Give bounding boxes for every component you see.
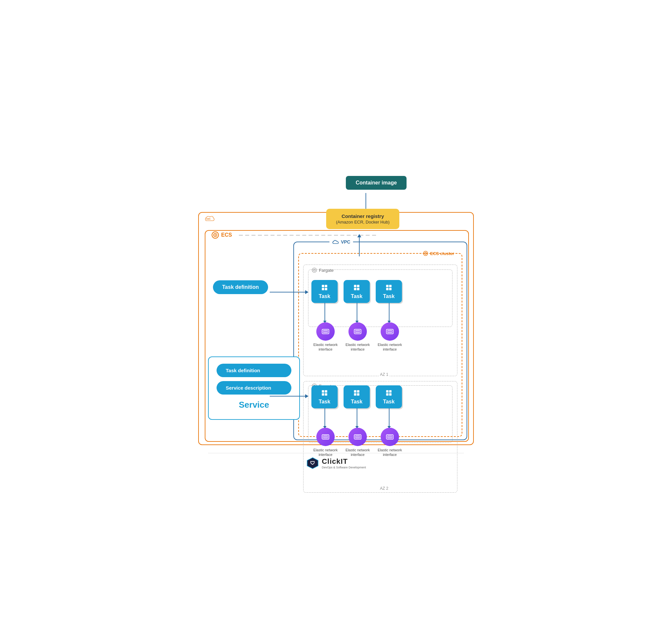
svg-rect-14 (357, 285, 359, 287)
task-definition-1-label: Task definition (222, 284, 259, 290)
svg-text:🛡: 🛡 (310, 460, 315, 466)
aws-icon: AWS (203, 215, 215, 223)
connector-1-2 (357, 303, 357, 321)
svg-rect-20 (389, 287, 392, 290)
aws-label: AWS (203, 215, 215, 223)
eni-2-2-label: Elastic networkinterface (346, 448, 370, 457)
eni-1-3-label: Elastic networkinterface (378, 342, 402, 352)
connector-1-1 (325, 303, 325, 321)
service-task-definition: Task definition (217, 364, 291, 377)
container-image-label: Container image (356, 180, 397, 186)
eni-2-2-icon (348, 428, 367, 446)
task-2-2-icon (353, 389, 360, 398)
task-1-1: Task (311, 280, 338, 303)
brand-name: ClickIT (322, 457, 366, 466)
service-description-label: Service description (226, 385, 271, 391)
svg-rect-45 (389, 390, 392, 392)
svg-rect-19 (386, 287, 388, 290)
service-description-btn: Service description (217, 381, 291, 395)
footer-divider (208, 453, 464, 454)
eni-2-1-label: Elastic networkinterface (313, 448, 338, 457)
eni-1-2: Elastic networkinterface (345, 322, 371, 352)
task-1-2-icon (353, 284, 360, 293)
task-2-3-icon (385, 389, 393, 398)
svg-point-6 (425, 253, 426, 254)
footer: 🛡 ClickIT DevOps & Software Development (306, 456, 366, 470)
svg-rect-41 (357, 390, 359, 392)
task-1-1-label: Task (319, 294, 330, 299)
svg-rect-16 (357, 287, 359, 290)
arrow-taskdef2-to-tasks (270, 396, 306, 396)
eni-network-icon-1-3 (385, 327, 394, 336)
az2-label: AZ 2 (379, 486, 389, 491)
connector-2-3 (389, 408, 389, 426)
svg-rect-38 (322, 393, 324, 395)
ecs-cluster-icon (423, 250, 429, 257)
svg-rect-40 (354, 390, 356, 392)
fargate1-icon (311, 267, 317, 273)
svg-text:AWS: AWS (206, 218, 210, 220)
svg-rect-44 (386, 390, 388, 392)
task-1-1-icon (321, 284, 328, 293)
eni-row-1: Elastic networkinterface Elastic network… (312, 322, 403, 352)
connector-2-1 (325, 408, 325, 426)
eni-1-1-label: Elastic networkinterface (313, 342, 338, 352)
eni-network-icon-2-1 (321, 432, 330, 441)
brand-tagline: DevOps & Software Development (322, 466, 366, 469)
tasks-row-2: Task Task Task (311, 385, 402, 408)
fargate1-label: Fargate (311, 267, 334, 273)
svg-rect-12 (325, 287, 327, 290)
connector-1-3 (389, 303, 389, 321)
eni-1-3-icon (381, 322, 399, 341)
svg-point-7 (312, 268, 317, 272)
ecs-text: ECS (221, 232, 232, 238)
fargate1-text: Fargate (319, 268, 334, 273)
eni-2-1-icon (316, 428, 335, 446)
ecs-label: ECS — — — — — — — — — — — — — — — — — — … (211, 231, 377, 239)
eni-network-icon-1-1 (321, 327, 330, 336)
az1-label: AZ 1 (379, 372, 389, 377)
svg-rect-9 (322, 285, 324, 287)
clickit-logo-icon: 🛡 (306, 456, 319, 470)
service-text: Service (239, 400, 269, 410)
container-image-box: Container image (346, 176, 407, 190)
svg-rect-11 (322, 287, 324, 290)
eni-network-icon-2-2 (353, 432, 362, 441)
svg-rect-37 (325, 390, 327, 392)
eni-1-2-icon (348, 322, 367, 341)
task-1-3-label: Task (383, 294, 394, 299)
vpc-label: VPC (329, 239, 353, 245)
registry-label: Container registry(Amazon ECR, Docker Hu… (336, 213, 389, 225)
container-registry-box: Container registry(Amazon ECR, Docker Hu… (326, 209, 399, 229)
eni-1-1: Elastic networkinterface (312, 322, 339, 352)
svg-rect-13 (354, 285, 356, 287)
eni-network-icon-1-2 (353, 327, 362, 336)
svg-rect-36 (322, 390, 324, 392)
arrow-vpc-to-registry (359, 237, 360, 257)
task-2-1: Task (311, 385, 338, 408)
ecs-cluster-label: ECS cluster (423, 250, 454, 257)
service-task-definition-label: Task definition (226, 368, 260, 373)
svg-rect-18 (389, 285, 392, 287)
vpc-cloud-icon (332, 240, 339, 245)
eni-2-3-icon (381, 428, 399, 446)
task-1-3: Task (376, 280, 402, 303)
connector-2-2 (357, 408, 357, 426)
eni-network-icon-2-3 (385, 432, 394, 441)
service-label: Service (217, 400, 291, 410)
eni-1-3: Elastic networkinterface (377, 322, 403, 352)
eni-2-3-label: Elastic networkinterface (378, 448, 402, 457)
tasks-row-1: Task Task Task (311, 280, 402, 303)
ecs-cluster-text: ECS cluster (430, 251, 454, 256)
task-definition-1: Task definition (213, 280, 268, 294)
svg-rect-39 (325, 393, 327, 395)
task-1-2: Task (344, 280, 370, 303)
svg-rect-46 (386, 393, 388, 395)
svg-rect-43 (357, 393, 359, 395)
svg-rect-47 (389, 393, 392, 395)
task-2-3-label: Task (383, 399, 394, 405)
task-1-3-icon (385, 284, 393, 293)
task-2-3: Task (376, 385, 402, 408)
eni-1-2-label: Elastic networkinterface (346, 342, 370, 352)
task-2-1-label: Task (319, 399, 330, 405)
